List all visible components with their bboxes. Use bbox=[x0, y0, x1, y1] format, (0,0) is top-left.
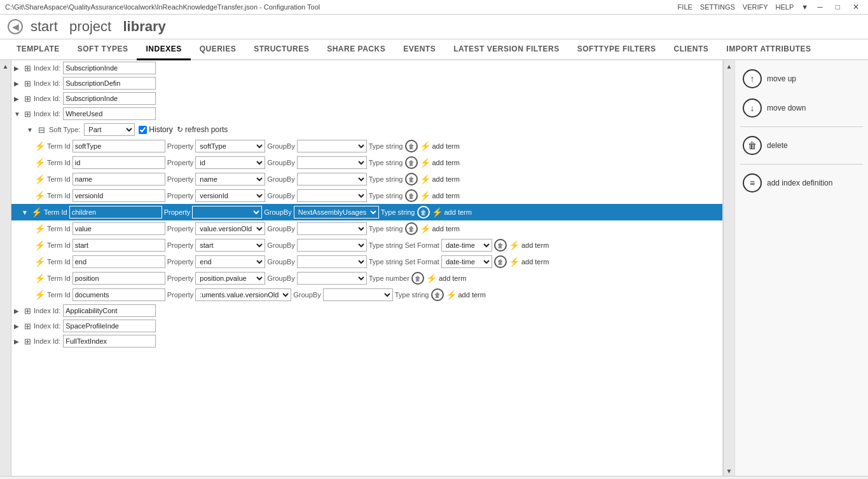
nav-tab-soft-types[interactable]: SOFT TYPES bbox=[69, 39, 137, 60]
add-index-button[interactable]: ≡ add index definition bbox=[740, 170, 863, 196]
softtype-expand-button[interactable]: ▼ bbox=[27, 126, 34, 133]
win-close[interactable]: ✕ bbox=[849, 3, 863, 11]
term-row[interactable]: ⚡Term IdPropertyversionIdGroupByType str… bbox=[11, 187, 722, 204]
nav-tab-share-packs[interactable]: SHARE PACKS bbox=[318, 39, 394, 60]
term-expand-button[interactable]: ▼ bbox=[22, 209, 29, 216]
expand-button[interactable]: ▶ bbox=[14, 338, 22, 345]
move-up-button[interactable]: ↑ move up bbox=[740, 65, 863, 92]
term-row[interactable]: ⚡Term IdPropertyvalue.versionOldGroupByT… bbox=[11, 220, 722, 237]
delete-circle-btn[interactable]: 🗑 bbox=[494, 239, 507, 252]
lightning-icon[interactable]: ⚡ bbox=[420, 174, 431, 184]
lightning-icon[interactable]: ⚡ bbox=[34, 141, 45, 151]
expand-button[interactable]: ▶ bbox=[14, 80, 22, 87]
add-term-button[interactable]: add term bbox=[432, 142, 460, 150]
add-term-button[interactable]: add term bbox=[458, 291, 486, 299]
lightning-icon[interactable]: ⚡ bbox=[34, 290, 45, 300]
term-row[interactable]: ▼⚡Term IdPropertyGroupByNextAssemblyUsag… bbox=[11, 204, 722, 220]
lightning-icon[interactable]: ⚡ bbox=[34, 191, 45, 201]
lightning-icon[interactable]: ⚡ bbox=[420, 191, 431, 201]
menu-file[interactable]: FILE bbox=[678, 3, 692, 11]
term-row[interactable]: ⚡Term IdPropertyendGroupByType stringSet… bbox=[11, 253, 722, 270]
nav-tab-indexes[interactable]: INDEXES bbox=[137, 39, 190, 60]
history-checkbox[interactable] bbox=[139, 126, 147, 134]
index-id-field[interactable] bbox=[63, 92, 156, 105]
index-id-field[interactable] bbox=[63, 304, 156, 317]
lightning-icon[interactable]: ⚡ bbox=[34, 257, 45, 267]
expand-button[interactable]: ▶ bbox=[14, 323, 22, 330]
delete-circle-btn[interactable]: 🗑 bbox=[405, 189, 418, 202]
delete-button[interactable]: 🗑 delete bbox=[740, 132, 863, 159]
term-row[interactable]: ⚡Term IdPropertystartGroupByType stringS… bbox=[11, 237, 722, 253]
add-term-button[interactable]: add term bbox=[432, 225, 460, 233]
scroll-up-arrow[interactable]: ▲ bbox=[1, 62, 10, 71]
lightning-icon[interactable]: ⚡ bbox=[432, 207, 443, 217]
win-minimize[interactable]: ─ bbox=[813, 3, 827, 11]
expand-button[interactable]: ▶ bbox=[14, 95, 22, 102]
index-id-field[interactable] bbox=[63, 62, 156, 74]
add-index-icon: ≡ bbox=[743, 173, 762, 192]
move-down-button[interactable]: ↓ move down bbox=[740, 95, 863, 121]
nav-back-button[interactable]: ◀ bbox=[8, 19, 23, 34]
nav-tab-template[interactable]: TEMPLATE bbox=[8, 39, 69, 60]
term-row[interactable]: ⚡Term IdPropertynameGroupByType string🗑⚡… bbox=[11, 171, 722, 187]
add-term-button[interactable]: add term bbox=[432, 192, 460, 199]
lightning-icon[interactable]: ⚡ bbox=[34, 158, 45, 168]
add-term-button[interactable]: add term bbox=[432, 159, 460, 166]
history-checkbox-label[interactable]: History bbox=[139, 125, 172, 134]
lightning-icon[interactable]: ⚡ bbox=[509, 257, 520, 267]
expand-button[interactable]: ▶ bbox=[14, 65, 22, 72]
add-term-button[interactable]: add term bbox=[432, 175, 460, 183]
lightning-icon[interactable]: ⚡ bbox=[31, 207, 42, 217]
term-row[interactable]: ⚡Term IdPropertysoftTypeGroupByType stri… bbox=[11, 138, 722, 154]
expand-button[interactable]: ▶ bbox=[14, 307, 22, 314]
add-term-button[interactable]: add term bbox=[521, 258, 549, 266]
whereused-id-field[interactable] bbox=[63, 107, 156, 120]
nav-tab-latest-version-filters[interactable]: LATEST VERSION FILTERS bbox=[444, 39, 568, 60]
nav-tab-import-attributes[interactable]: IMPORT ATTRIBUTES bbox=[717, 39, 820, 60]
expand-button-whereused[interactable]: ▼ bbox=[14, 111, 22, 118]
lightning-icon[interactable]: ⚡ bbox=[426, 273, 437, 283]
lightning-icon[interactable]: ⚡ bbox=[420, 141, 431, 151]
term-row[interactable]: ⚡Term IdProperty:uments.value.versionOld… bbox=[11, 287, 722, 303]
lightning-icon[interactable]: ⚡ bbox=[509, 240, 520, 250]
index-id-field[interactable] bbox=[63, 77, 156, 90]
lightning-icon[interactable]: ⚡ bbox=[34, 240, 45, 250]
nav-tab-queries[interactable]: QUERIES bbox=[191, 39, 245, 60]
menu-verify[interactable]: VERIFY bbox=[743, 3, 768, 11]
lightning-icon[interactable]: ⚡ bbox=[34, 224, 45, 234]
refresh-ports-button[interactable]: ↻ refresh ports bbox=[177, 125, 228, 134]
nav-tab-softtype-filters[interactable]: SOFTTYPE FILTERS bbox=[568, 39, 665, 60]
nav-tab-structures[interactable]: STRUCTURES bbox=[245, 39, 318, 60]
delete-circle-btn[interactable]: 🗑 bbox=[494, 255, 507, 268]
delete-circle-btn[interactable]: 🗑 bbox=[405, 222, 418, 235]
delete-circle-btn[interactable]: 🗑 bbox=[405, 140, 418, 152]
delete-circle-btn[interactable]: 🗑 bbox=[405, 173, 418, 186]
lightning-icon[interactable]: ⚡ bbox=[446, 290, 457, 300]
lightning-icon[interactable]: ⚡ bbox=[420, 158, 431, 168]
index-id-field[interactable] bbox=[63, 335, 156, 347]
scroll-up-right[interactable]: ▲ bbox=[725, 62, 734, 71]
nav-tab-events[interactable]: EVENTS bbox=[394, 39, 444, 60]
term-row[interactable]: ⚡Term IdPropertyposition.pvalueGroupByTy… bbox=[11, 270, 722, 287]
lightning-icon[interactable]: ⚡ bbox=[420, 224, 431, 234]
add-term-button[interactable]: add term bbox=[444, 208, 472, 216]
add-term-button[interactable]: add term bbox=[521, 241, 549, 249]
sidebar-divider1 bbox=[740, 126, 863, 127]
scroll-down-right[interactable]: ▼ bbox=[725, 466, 734, 476]
menu-settings[interactable]: SETTINGS bbox=[700, 3, 735, 11]
grid-icon: ⊞ bbox=[24, 64, 31, 73]
softtype-grid-icon: ⊟ bbox=[38, 125, 45, 135]
lightning-icon[interactable]: ⚡ bbox=[34, 273, 45, 283]
menu-help[interactable]: HELP bbox=[776, 3, 794, 11]
delete-circle-btn[interactable]: 🗑 bbox=[431, 288, 444, 301]
delete-circle-btn[interactable]: 🗑 bbox=[417, 206, 430, 219]
index-id-field[interactable] bbox=[63, 320, 156, 332]
grid-icon: ⊞ bbox=[24, 109, 31, 119]
delete-circle-btn[interactable]: 🗑 bbox=[411, 272, 424, 285]
add-term-button[interactable]: add term bbox=[439, 274, 466, 282]
nav-tab-clients[interactable]: CLIENTS bbox=[665, 39, 718, 60]
lightning-icon[interactable]: ⚡ bbox=[34, 174, 45, 184]
win-maximize[interactable]: □ bbox=[832, 3, 844, 11]
term-row[interactable]: ⚡Term IdPropertyidGroupByType string🗑⚡ad… bbox=[11, 154, 722, 171]
delete-circle-btn[interactable]: 🗑 bbox=[405, 156, 418, 169]
